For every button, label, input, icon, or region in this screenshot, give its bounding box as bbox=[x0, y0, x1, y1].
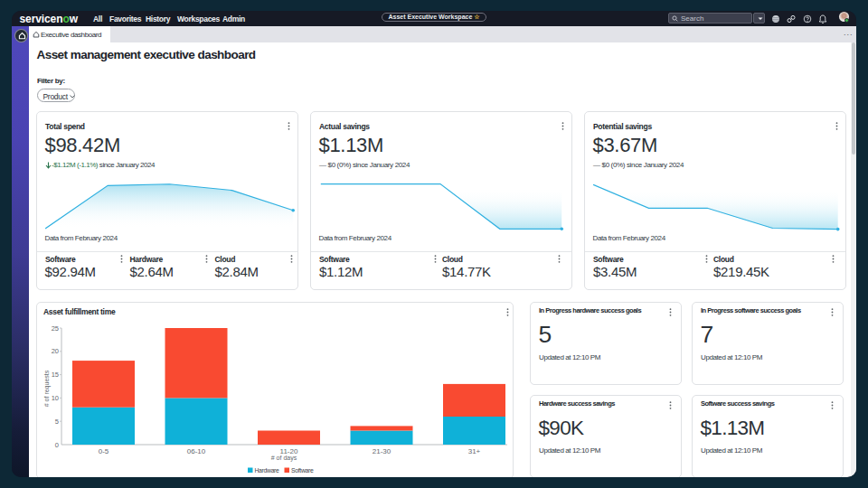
svg-text:25: 25 bbox=[52, 324, 59, 332]
svg-text:06-10: 06-10 bbox=[187, 446, 206, 455]
svg-text:15: 15 bbox=[52, 371, 59, 379]
svg-text:# of days: # of days bbox=[271, 454, 297, 461]
svg-text:# of requests: # of requests bbox=[43, 370, 51, 407]
svg-text:31+: 31+ bbox=[468, 446, 481, 455]
svg-text:Hardware: Hardware bbox=[255, 466, 280, 473]
svg-text:0: 0 bbox=[55, 440, 59, 448]
svg-text:5: 5 bbox=[55, 417, 59, 425]
svg-text:0-5: 0-5 bbox=[99, 446, 109, 455]
svg-text:Software: Software bbox=[291, 466, 314, 473]
svg-text:20: 20 bbox=[52, 347, 59, 355]
svg-text:21-30: 21-30 bbox=[373, 446, 392, 455]
svg-text:10: 10 bbox=[52, 393, 59, 401]
